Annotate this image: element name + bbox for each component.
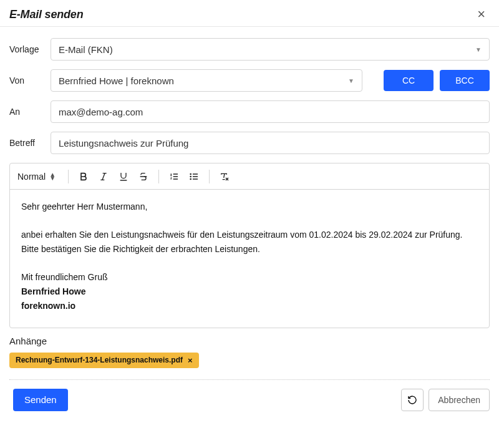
body-line: Bitte bestätigen Sie die Richtigkeit der…: [21, 242, 478, 256]
italic-icon: [99, 172, 109, 182]
underline-button[interactable]: [115, 168, 132, 185]
close-button[interactable]: ×: [475, 7, 488, 21]
dialog-footer: Senden Abbrechen: [0, 389, 499, 421]
bcc-button[interactable]: BCC: [440, 70, 490, 91]
signature-company: foreknown.io: [21, 299, 478, 313]
chevron-down-icon: ▼: [475, 46, 482, 53]
to-input[interactable]: max@demo-ag.com: [51, 100, 490, 123]
subject-input[interactable]: Leistungsnachweis zur Prüfung: [51, 132, 490, 154]
chevron-down-icon: ▼: [348, 77, 354, 84]
from-select[interactable]: Bernfried Howe | foreknown ▼: [51, 69, 362, 92]
template-row: Vorlage E-Mail (FKN) ▼: [9, 38, 490, 61]
dialog-header: E-Mail senden ×: [0, 0, 499, 27]
toolbar-separator: [158, 170, 159, 183]
clear-format-button[interactable]: [216, 168, 233, 185]
ordered-list-button[interactable]: [165, 168, 183, 185]
from-row: Von Bernfried Howe | foreknown ▼ CC BCC: [9, 69, 490, 92]
strikethrough-icon: [138, 172, 148, 182]
svg-point-12: [190, 176, 191, 177]
body-greeting: Sehr geehrter Herr Mustermann,: [21, 200, 478, 214]
from-label: Von: [9, 75, 51, 85]
remove-attachment-icon[interactable]: ×: [188, 356, 193, 365]
list-ol-icon: [169, 172, 179, 182]
to-value: max@demo-ag.com: [59, 107, 143, 117]
editor-toolbar: Normal ▲▼: [10, 163, 489, 190]
underline-icon: [119, 172, 128, 182]
subject-row: Betreff Leistungsnachweis zur Prüfung: [9, 132, 490, 154]
format-label: Normal: [17, 172, 46, 182]
template-label: Vorlage: [9, 44, 51, 54]
cancel-button[interactable]: Abbrechen: [429, 389, 490, 411]
unordered-list-button[interactable]: [185, 168, 203, 185]
sort-icon: ▲▼: [49, 173, 56, 180]
attachments-section: Anhänge Rechnung-Entwurf-134-Leistungsna…: [9, 336, 490, 368]
body-line: anbei erhalten Sie den Leistungsnachweis…: [21, 228, 478, 242]
svg-line-2: [102, 173, 105, 180]
cc-button[interactable]: CC: [384, 70, 434, 91]
bold-button[interactable]: [75, 168, 92, 185]
template-value: E-Mail (FKN): [59, 44, 113, 55]
strike-button[interactable]: [135, 168, 152, 185]
to-row: An max@demo-ag.com: [9, 100, 490, 123]
undo-icon: [407, 395, 417, 405]
italic-button[interactable]: [95, 168, 112, 185]
template-select[interactable]: E-Mail (FKN) ▼: [51, 38, 490, 61]
list-ul-icon: [189, 172, 199, 182]
attachment-chip[interactable]: Rechnung-Entwurf-134-Leistungsnachweis.p…: [9, 353, 199, 368]
body-closing: Mit freundlichem Gruß: [21, 270, 478, 285]
separator: [9, 379, 490, 380]
dialog-title: E-Mail senden: [9, 8, 83, 21]
clear-format-icon: [220, 172, 230, 182]
attachments-label: Anhänge: [9, 336, 490, 346]
subject-value: Leistungsnachweis zur Prüfung: [59, 138, 188, 149]
send-button[interactable]: Senden: [13, 389, 68, 411]
form-body: Vorlage E-Mail (FKN) ▼ Von Bernfried How…: [0, 27, 499, 380]
svg-point-11: [190, 173, 191, 174]
undo-button[interactable]: [401, 389, 424, 411]
signature-name: Bernfried Howe: [21, 285, 478, 299]
editor-container: Normal ▲▼: [9, 163, 490, 328]
toolbar-separator: [209, 170, 210, 183]
format-dropdown[interactable]: Normal ▲▼: [17, 172, 62, 182]
from-value: Bernfried Howe | foreknown: [59, 75, 174, 86]
close-icon: ×: [477, 6, 485, 22]
bold-icon: [79, 172, 89, 182]
svg-point-13: [190, 178, 191, 179]
attachment-filename: Rechnung-Entwurf-134-Leistungsnachweis.p…: [16, 356, 183, 364]
toolbar-separator: [68, 170, 69, 183]
subject-label: Betreff: [9, 138, 51, 148]
to-label: An: [9, 107, 51, 117]
editor-textarea[interactable]: Sehr geehrter Herr Mustermann, anbei erh…: [10, 190, 489, 328]
